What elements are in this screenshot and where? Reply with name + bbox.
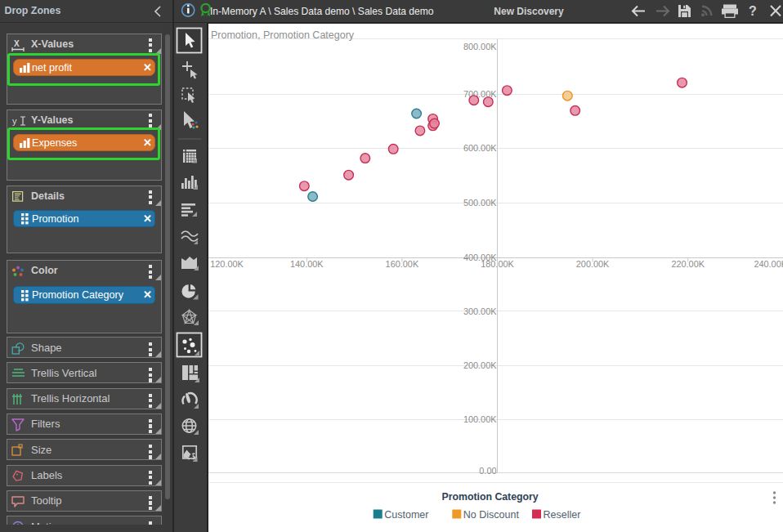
svg-text:240.00K: 240.00K [754,259,783,269]
svg-text:0.00: 0.00 [479,466,496,476]
svg-text:200.00K: 200.00K [576,259,610,269]
svg-text:140.00K: 140.00K [290,259,324,269]
svg-text:Customer: Customer [384,509,428,521]
svg-text:No Discount: No Discount [463,509,520,521]
svg-text:180.00K: 180.00K [481,259,514,269]
svg-text:?: ? [749,4,757,18]
svg-text:Reseller: Reseller [544,509,581,521]
svg-text:120.00K: 120.00K [210,259,244,269]
svg-text:500.00K: 500.00K [463,198,497,208]
svg-text:Promotion, Promotion Category: Promotion, Promotion Category [211,29,355,41]
svg-text:600.00K: 600.00K [463,143,497,153]
svg-text:160.00K: 160.00K [386,259,419,269]
svg-text:200.00K: 200.00K [463,360,497,370]
svg-text:X: X [14,39,20,48]
svg-text:220.00K: 220.00K [671,259,705,269]
svg-text:Promotion Category: Promotion Category [441,491,538,503]
svg-text:300.00K: 300.00K [463,306,497,316]
svg-text:800.00K: 800.00K [463,42,497,51]
svg-text:y: y [12,116,17,126]
svg-text:700.00K: 700.00K [463,89,497,99]
svg-text:100.00K: 100.00K [463,414,497,424]
